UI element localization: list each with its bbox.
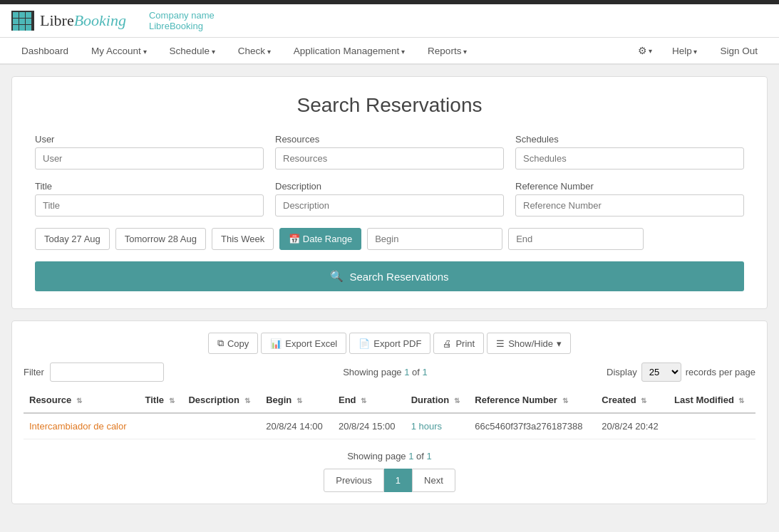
tomorrow-button[interactable]: Tomorrow 28 Aug xyxy=(115,228,206,250)
print-button[interactable]: 🖨 Print xyxy=(433,333,484,354)
description-input[interactable] xyxy=(275,194,504,217)
reference-label: Reference Number xyxy=(515,181,744,192)
description-field-group: Description xyxy=(275,181,504,217)
resource-link[interactable]: Intercambiador de calor xyxy=(29,421,127,432)
table-row: Intercambiador de calor 20/8/24 14:00 20… xyxy=(24,413,755,439)
nav-app-mgmt[interactable]: Application Management xyxy=(284,38,415,63)
form-row-1: User Resources Schedules xyxy=(35,134,744,169)
bottom-page-link[interactable]: 1 xyxy=(408,451,413,461)
resources-input[interactable] xyxy=(275,147,504,169)
date-row: Today 27 Aug Tomorrow 28 Aug This Week 📅… xyxy=(35,228,744,250)
col-created: Created ⇅ xyxy=(596,387,669,413)
page-current-link[interactable]: 1 xyxy=(404,367,409,377)
search-icon: 🔍 xyxy=(330,270,344,283)
form-row-2: Title Description Reference Number xyxy=(35,181,744,217)
next-button[interactable]: Next xyxy=(412,469,455,492)
col-begin: Begin ⇅ xyxy=(260,387,333,413)
search-title: Search Reservations xyxy=(35,94,744,117)
sort-icon-last-modified[interactable]: ⇅ xyxy=(738,397,744,405)
today-button[interactable]: Today 27 Aug xyxy=(35,228,110,250)
search-panel: Search Reservations User Resources Sched… xyxy=(11,76,768,309)
calendar-icon: 📅 xyxy=(289,234,300,244)
logo-icon xyxy=(11,11,34,31)
cell-duration: 1 hours xyxy=(406,413,470,439)
cell-begin: 20/8/24 14:00 xyxy=(260,413,333,439)
page-1-button[interactable]: 1 xyxy=(384,469,412,492)
date-range-button[interactable]: 📅 Date Range xyxy=(279,228,361,250)
sort-icon-end[interactable]: ⇅ xyxy=(361,397,366,405)
begin-date-input[interactable] xyxy=(367,228,502,250)
sort-icon-created[interactable]: ⇅ xyxy=(641,397,646,405)
title-field-group: Title xyxy=(35,181,264,217)
cell-resource: Intercambiador de calor xyxy=(24,413,140,439)
cell-description xyxy=(182,413,260,439)
nav-gear-button[interactable]: ⚙ xyxy=(631,38,659,63)
reference-input[interactable] xyxy=(515,194,744,217)
schedules-field-group: Schedules xyxy=(515,134,744,169)
cell-last-modified xyxy=(669,413,755,439)
col-reference: Reference Number ⇅ xyxy=(469,387,596,413)
resources-label: Resources xyxy=(275,134,504,145)
cell-title xyxy=(140,413,183,439)
sort-icon-begin[interactable]: ⇅ xyxy=(296,397,302,405)
display-select[interactable]: 25 50 100 xyxy=(641,363,681,382)
end-date-input[interactable] xyxy=(508,228,644,250)
col-duration: Duration ⇅ xyxy=(406,387,470,413)
company-name: Company name xyxy=(149,10,215,21)
user-label: User xyxy=(35,134,264,145)
table-header-row: Resource ⇅ Title ⇅ Description ⇅ Begin ⇅ xyxy=(24,387,755,413)
resources-field-group: Resources xyxy=(275,134,504,169)
sort-icon-duration[interactable]: ⇅ xyxy=(454,397,460,405)
print-icon: 🖨 xyxy=(443,338,452,349)
sort-icon-title[interactable]: ⇅ xyxy=(169,397,175,405)
bottom-pagination: Showing page 1 of 1 Previous 1 Next xyxy=(24,451,755,492)
title-input[interactable] xyxy=(35,194,264,217)
excel-icon: 📊 xyxy=(270,338,282,349)
nav-dashboard[interactable]: Dashboard xyxy=(11,38,78,63)
page-nav: Previous 1 Next xyxy=(324,469,455,492)
user-input[interactable] xyxy=(35,147,264,169)
copy-icon: ⧉ xyxy=(217,338,224,349)
filter-row: Filter Showing page 1 of 1 Display 25 50… xyxy=(24,363,755,382)
sort-icon-reference[interactable]: ⇅ xyxy=(562,397,568,405)
cell-reference: 66c5460f37f3a276187388 xyxy=(469,413,596,439)
search-button[interactable]: 🔍 Search Reservations xyxy=(35,261,744,291)
toolbar: ⧉ Copy 📊 Export Excel 📄 Export PDF 🖨 Pri… xyxy=(24,333,755,354)
reference-field-group: Reference Number xyxy=(515,181,744,217)
nav-reports[interactable]: Reports xyxy=(418,38,477,63)
this-week-button[interactable]: This Week xyxy=(212,228,274,250)
duration-link[interactable]: 1 hours xyxy=(411,421,442,432)
company-info: Company name LibreBooking xyxy=(149,10,215,31)
bottom-total-link[interactable]: 1 xyxy=(427,451,432,461)
copy-button[interactable]: ⧉ Copy xyxy=(208,333,258,354)
nav-check[interactable]: Check xyxy=(228,38,281,63)
previous-button[interactable]: Previous xyxy=(324,469,384,492)
pdf-icon: 📄 xyxy=(358,338,370,349)
logo-area: LibreBooking xyxy=(11,11,126,31)
export-pdf-button[interactable]: 📄 Export PDF xyxy=(349,333,430,354)
show-hide-button[interactable]: ☰ Show/Hide ▾ xyxy=(487,333,571,354)
navbar: Dashboard My Account Schedule Check Appl… xyxy=(0,38,779,65)
page-total-link[interactable]: 1 xyxy=(423,367,428,377)
nav-schedule[interactable]: Schedule xyxy=(160,38,225,63)
nav-signout[interactable]: Sign Out xyxy=(710,38,768,63)
main-content: Search Reservations User Resources Sched… xyxy=(0,65,779,516)
sort-icon-resource[interactable]: ⇅ xyxy=(76,397,82,405)
sort-icon-description[interactable]: ⇅ xyxy=(244,397,250,405)
export-excel-button[interactable]: 📊 Export Excel xyxy=(261,333,346,354)
nav-help[interactable]: Help xyxy=(662,38,708,63)
col-resource: Resource ⇅ xyxy=(24,387,140,413)
cell-created: 20/8/24 20:42 xyxy=(596,413,669,439)
pagination-info: Showing page 1 of 1 xyxy=(170,367,601,377)
logo-text: LibreBooking xyxy=(40,11,126,30)
filter-input[interactable] xyxy=(50,363,164,382)
display-row: Display 25 50 100 records per page xyxy=(607,363,755,382)
schedules-input[interactable] xyxy=(515,147,744,169)
col-end: End ⇅ xyxy=(333,387,406,413)
nav-my-account[interactable]: My Account xyxy=(81,38,157,63)
nav-right: ⚙ Help Sign Out xyxy=(631,38,768,63)
schedules-label: Schedules xyxy=(515,134,744,145)
user-field-group: User xyxy=(35,134,264,169)
company-sub: LibreBooking xyxy=(149,21,215,31)
col-description: Description ⇅ xyxy=(182,387,260,413)
